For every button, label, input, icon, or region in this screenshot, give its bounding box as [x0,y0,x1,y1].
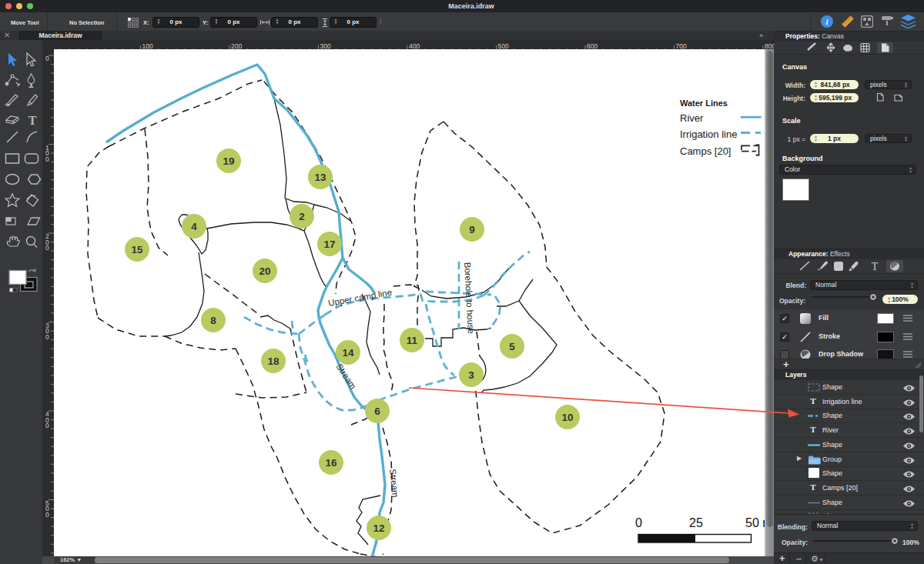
svg-text:Camps [20]: Camps [20] [680,145,731,157]
svg-text:0: 0 [45,155,49,163]
svg-text:Stream: Stream [388,469,400,498]
svg-text:Stream: Stream [334,362,358,390]
svg-text:15: 15 [131,244,143,255]
svg-text:Water Lines: Water Lines [680,98,728,108]
svg-text:25: 25 [689,516,703,529]
svg-text:T: T [28,114,37,127]
svg-text:0: 0 [45,244,49,252]
svg-text:0: 0 [45,422,49,429]
svg-text:5: 5 [509,341,515,352]
svg-text:11: 11 [407,335,418,346]
svg-text:14: 14 [342,347,354,359]
svg-text:13: 13 [314,172,326,183]
svg-text:Irrigation line: Irrigation line [680,128,737,140]
svg-text:19: 19 [223,155,234,167]
svg-text:3: 3 [468,369,474,381]
svg-text:12: 12 [373,522,384,534]
svg-text:17: 17 [323,239,335,250]
svg-text:Upper camp line: Upper camp line [327,288,393,308]
svg-text:River: River [680,112,704,124]
svg-text:Borehole to house: Borehole to house [463,262,476,334]
svg-text:T: T [872,261,879,272]
svg-text:18: 18 [267,355,280,367]
svg-text:16: 16 [325,457,337,469]
svg-text:0: 0 [635,516,642,529]
svg-text:4: 4 [191,221,197,232]
svg-text:6: 6 [374,405,380,417]
svg-text:8: 8 [210,315,216,326]
svg-text:0: 0 [45,55,49,62]
svg-text:9: 9 [469,224,475,235]
svg-text:0: 0 [45,511,49,519]
svg-text:2: 2 [299,211,305,222]
svg-text:50 m: 50 m [745,516,765,529]
svg-text:20: 20 [259,265,270,277]
svg-text:0: 0 [45,333,49,341]
